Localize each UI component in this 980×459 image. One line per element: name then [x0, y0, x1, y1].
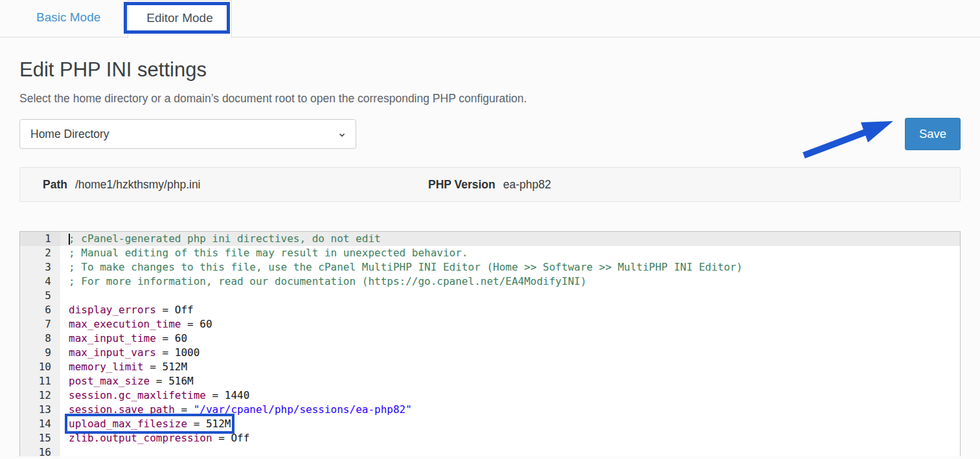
editor-line[interactable]: 15zlib.output_compression = Off — [20, 431, 960, 445]
line-content: post_max_size = 516M — [60, 374, 194, 388]
page-title: Edit PHP INI settings — [19, 58, 961, 82]
line-number: 11 — [20, 374, 60, 388]
line-number: 8 — [20, 331, 60, 346]
line-content: zlib.output_compression = Off — [60, 431, 249, 445]
line-number: 9 — [20, 346, 60, 360]
php-version-info: PHP Versionea-php82 — [428, 178, 551, 192]
line-content: session.gc_maxlifetime = 1440 — [60, 388, 249, 403]
path-value: /home1/hzkthsmy/php.ini — [75, 178, 201, 191]
line-number: 5 — [20, 289, 60, 303]
editor-line[interactable]: 11post_max_size = 516M — [20, 374, 960, 388]
editor-line[interactable]: 10memory_limit = 512M — [20, 360, 960, 374]
line-content: max_input_time = 60 — [60, 331, 187, 346]
line-content — [60, 445, 69, 456]
arrow-annotation-icon — [795, 115, 898, 162]
path-info: Path/home1/hzkthsmy/php.ini — [43, 178, 428, 192]
line-content: display_errors = Off — [60, 303, 194, 317]
line-content: ; cPanel-generated php ini directives, d… — [60, 232, 381, 246]
line-content: ; Manual editing of this file may result… — [60, 246, 468, 260]
line-number: 2 — [20, 246, 60, 260]
line-content: session.save_path = "/var/cpanel/php/ses… — [60, 403, 412, 417]
editor-line[interactable]: 13session.save_path = "/var/cpanel/php/s… — [20, 403, 960, 417]
line-number: 4 — [20, 274, 60, 289]
tab-basic-mode[interactable]: Basic Mode — [25, 0, 112, 34]
line-number: 15 — [20, 431, 60, 445]
editor-line[interactable]: 9max_input_vars = 1000 — [20, 346, 960, 360]
tab-editor-mode[interactable]: Editor Mode — [128, 0, 231, 38]
line-content: memory_limit = 512M — [60, 360, 187, 374]
line-content: upload_max_filesize = 512M — [60, 417, 231, 431]
editor-line[interactable]: 5 — [20, 289, 960, 303]
php-version-value: ea-php82 — [503, 178, 551, 191]
editor-line[interactable]: 6display_errors = Off — [20, 303, 960, 317]
line-content: ; For more information, read our documen… — [60, 274, 587, 289]
editor-line[interactable]: 7max_execution_time = 60 — [20, 317, 960, 331]
upload-max-filesize-highlight-box: upload_max_filesize = 512M — [69, 418, 231, 430]
editor-line[interactable]: 4; For more information, read our docume… — [20, 274, 960, 289]
editor-line[interactable]: 12session.gc_maxlifetime = 1440 — [20, 388, 960, 403]
editor-line[interactable]: 1; cPanel-generated php ini directives, … — [20, 232, 960, 246]
line-content: max_execution_time = 60 — [60, 317, 212, 331]
editor-line[interactable]: 14upload_max_filesize = 512M — [20, 417, 960, 431]
editor-lines: 1; cPanel-generated php ini directives, … — [20, 232, 960, 456]
save-button[interactable]: Save — [905, 118, 961, 150]
location-select[interactable]: Home Directory — [19, 119, 356, 149]
editor-line[interactable]: 16 — [20, 445, 960, 456]
page-subtitle: Select the home directory or a domain’s … — [19, 92, 961, 106]
path-label: Path — [43, 178, 67, 191]
line-number: 13 — [20, 403, 60, 417]
line-number: 1 — [20, 232, 60, 246]
line-number: 7 — [20, 317, 60, 331]
mode-tabbar: Basic ModeEditor Mode — [0, 0, 980, 38]
line-content: max_input_vars = 1000 — [60, 346, 199, 360]
editor-line[interactable]: 3; To make changes to this file, use the… — [20, 260, 960, 274]
editor-line[interactable]: 8max_input_time = 60 — [20, 331, 960, 346]
line-number: 14 — [20, 417, 60, 431]
ini-code-editor[interactable]: 1; cPanel-generated php ini directives, … — [19, 231, 961, 456]
line-content: ; To make changes to this file, use the … — [60, 260, 742, 274]
line-number: 6 — [20, 303, 60, 317]
line-content — [60, 289, 69, 303]
line-number: 16 — [20, 445, 60, 456]
line-number: 12 — [20, 388, 60, 403]
toolbar-row: Home Directory ⌄ Save — [19, 119, 961, 150]
editor-line[interactable]: 2; Manual editing of this file may resul… — [20, 246, 960, 260]
line-number: 10 — [20, 360, 60, 374]
php-version-label: PHP Version — [428, 178, 496, 191]
info-bar: Path/home1/hzkthsmy/php.ini PHP Versione… — [19, 167, 961, 202]
line-number: 3 — [20, 260, 60, 274]
